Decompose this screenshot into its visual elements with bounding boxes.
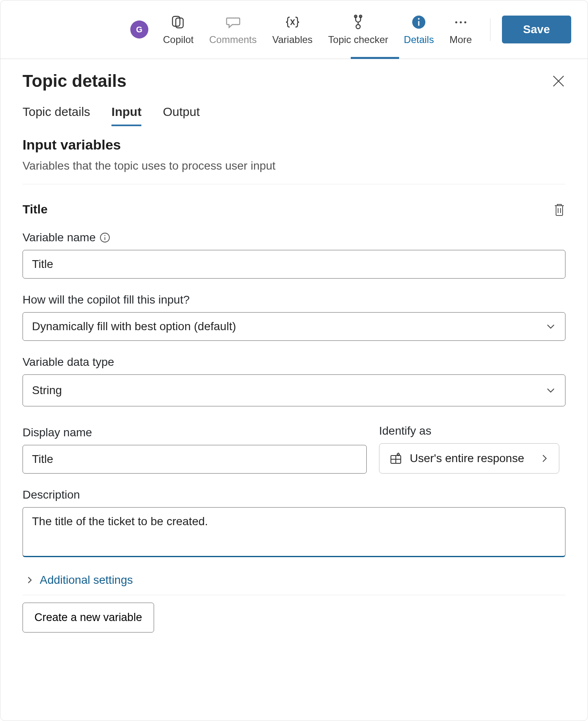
toolbar-divider bbox=[490, 18, 490, 41]
toolbar-item-label: Details bbox=[404, 34, 434, 45]
toolbar-item-details[interactable]: Details bbox=[397, 9, 440, 50]
data-type-label: Variable data type bbox=[23, 356, 565, 369]
entity-icon bbox=[389, 452, 402, 465]
toolbar-item-label: Copilot bbox=[163, 34, 194, 45]
tab-topic-details[interactable]: Topic details bbox=[23, 105, 90, 125]
description-label: Description bbox=[23, 488, 565, 501]
additional-settings-label: Additional settings bbox=[40, 574, 133, 587]
topic-checker-icon bbox=[350, 14, 367, 31]
toolbar-item-topic-checker[interactable]: Topic checker bbox=[322, 9, 395, 50]
display-name-label: Display name bbox=[23, 426, 367, 439]
variable-header: Title bbox=[23, 202, 565, 216]
toolbar-item-label: More bbox=[450, 34, 472, 45]
section-heading: Input variables bbox=[23, 137, 565, 153]
display-name-col: Display name bbox=[23, 411, 367, 474]
avatar-letter: G bbox=[136, 25, 143, 34]
svg-point-5 bbox=[356, 25, 360, 29]
delete-icon[interactable] bbox=[553, 202, 565, 216]
chevron-right-icon bbox=[540, 454, 549, 463]
variables-icon bbox=[284, 14, 301, 31]
description-field[interactable] bbox=[23, 507, 565, 557]
data-type-select[interactable]: String bbox=[23, 374, 565, 406]
fill-label: How will the copilot fill this input? bbox=[23, 293, 565, 306]
svg-point-8 bbox=[418, 18, 420, 20]
top-toolbar: G Copilot Comments bbox=[0, 0, 588, 59]
section-subheading: Variables that the topic uses to process… bbox=[23, 159, 565, 172]
fill-mode-select[interactable]: Dynamically fill with best option (defau… bbox=[23, 312, 565, 341]
toolbar-item-more[interactable]: More bbox=[443, 9, 479, 50]
close-icon[interactable] bbox=[552, 74, 565, 88]
identify-as-select[interactable]: User's entire response bbox=[379, 443, 559, 474]
variable-name-field[interactable] bbox=[23, 250, 565, 279]
topic-details-panel: Topic details Topic details Input Output… bbox=[0, 59, 588, 649]
details-icon bbox=[410, 14, 427, 31]
identify-as-label: Identify as bbox=[379, 424, 559, 438]
identify-as-value: User's entire response bbox=[410, 452, 524, 465]
save-button[interactable]: Save bbox=[502, 16, 571, 43]
tab-input[interactable]: Input bbox=[111, 105, 141, 125]
user-avatar[interactable]: G bbox=[130, 20, 148, 39]
toolbar-active-underline bbox=[351, 57, 399, 59]
divider bbox=[23, 184, 565, 184]
svg-point-15 bbox=[104, 235, 105, 236]
toolbar-item-label: Topic checker bbox=[328, 34, 388, 45]
chevron-down-icon bbox=[545, 321, 556, 332]
chevron-right-icon bbox=[26, 576, 34, 584]
toolbar-item-label: Variables bbox=[272, 34, 313, 45]
panel-tabs: Topic details Input Output bbox=[23, 105, 565, 125]
create-variable-button[interactable]: Create a new variable bbox=[23, 603, 154, 633]
display-identify-row: Display name Identify as User's entire r… bbox=[23, 410, 565, 474]
panel-title: Topic details bbox=[23, 71, 127, 91]
more-icon bbox=[452, 14, 469, 31]
data-type-value: String bbox=[32, 384, 62, 397]
chevron-down-icon bbox=[545, 385, 556, 396]
variable-name-label: Variable name bbox=[23, 231, 565, 244]
fill-mode-value: Dynamically fill with best option (defau… bbox=[32, 320, 236, 333]
toolbar-item-variables[interactable]: Variables bbox=[266, 9, 319, 50]
additional-settings-toggle[interactable]: Additional settings bbox=[23, 574, 565, 587]
divider bbox=[23, 595, 565, 595]
toolbar-item-comments[interactable]: Comments bbox=[203, 9, 263, 50]
panel-header: Topic details bbox=[23, 71, 565, 91]
copilot-icon bbox=[170, 14, 187, 31]
comments-icon bbox=[225, 14, 242, 31]
identify-as-col: Identify as User's entire response bbox=[379, 410, 559, 474]
display-name-field[interactable] bbox=[23, 445, 367, 474]
tab-output[interactable]: Output bbox=[163, 105, 200, 125]
info-icon[interactable] bbox=[100, 232, 110, 243]
toolbar-item-label: Comments bbox=[209, 34, 257, 45]
variable-title: Title bbox=[23, 202, 48, 216]
svg-rect-7 bbox=[418, 21, 420, 26]
app-frame: G Copilot Comments bbox=[0, 0, 588, 721]
toolbar-item-copilot[interactable]: Copilot bbox=[157, 9, 200, 50]
